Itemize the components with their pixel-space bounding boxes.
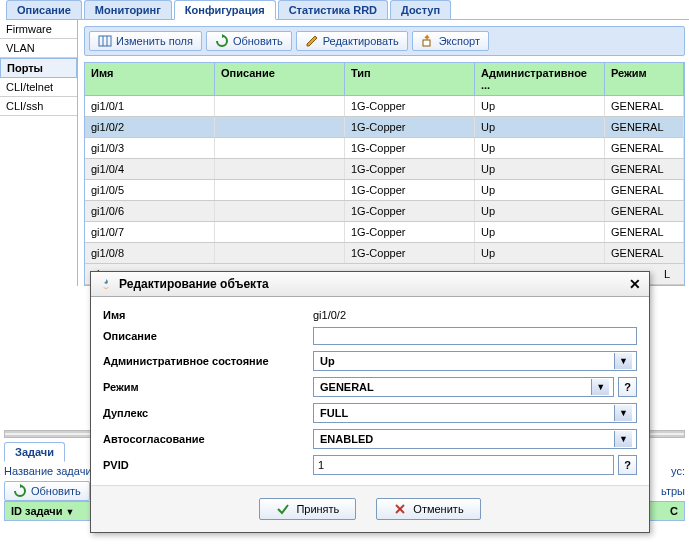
chevron-down-icon: ▼ bbox=[614, 431, 632, 447]
col-header-description[interactable]: Описание bbox=[215, 63, 345, 95]
grid-header: Имя Описание Тип Административное ... Ре… bbox=[85, 63, 684, 96]
cell-admin-state: Up bbox=[475, 222, 605, 242]
admin-state-value: Up bbox=[318, 355, 335, 367]
svg-rect-0 bbox=[99, 36, 111, 46]
tab-configuration[interactable]: Конфигурация bbox=[174, 0, 276, 20]
export-label: Экспорт bbox=[439, 35, 480, 47]
cell-name: gi1/0/5 bbox=[85, 180, 215, 200]
table-row[interactable]: gi1/0/31G-CopperUpGENERAL bbox=[85, 138, 684, 159]
tab-description[interactable]: Описание bbox=[6, 0, 82, 19]
edit-fields-label: Изменить поля bbox=[116, 35, 193, 47]
col-header-status-fragment[interactable]: С bbox=[670, 505, 678, 517]
status-label-fragment: ус: bbox=[671, 465, 685, 477]
field-label-admin-state: Административное состояние bbox=[103, 355, 313, 367]
tab-rrd-stats[interactable]: Статистика RRD bbox=[278, 0, 388, 19]
cell-name: gi1/0/7 bbox=[85, 222, 215, 242]
cell-mode: GENERAL bbox=[605, 222, 684, 242]
cell-description bbox=[215, 138, 345, 158]
edit-label: Редактировать bbox=[323, 35, 399, 47]
table-row[interactable]: gi1/0/41G-CopperUpGENERAL bbox=[85, 159, 684, 180]
dialog-title-bar[interactable]: Редактирование объекта ✕ bbox=[91, 272, 649, 297]
table-row[interactable]: gi1/0/11G-CopperUpGENERAL bbox=[85, 96, 684, 117]
cancel-button[interactable]: Отменить bbox=[376, 498, 480, 520]
sidebar-item-firmware[interactable]: Firmware bbox=[0, 20, 77, 39]
cell-admin-state: Up bbox=[475, 159, 605, 179]
col-header-name[interactable]: Имя bbox=[85, 63, 215, 95]
sidebar-item-ports[interactable]: Порты bbox=[0, 58, 77, 78]
svg-marker-4 bbox=[307, 36, 317, 46]
dialog-buttons: Принять Отменить bbox=[91, 485, 649, 532]
edit-button[interactable]: Редактировать bbox=[296, 31, 408, 51]
help-button-pvid[interactable]: ? bbox=[618, 455, 637, 475]
autoneg-select[interactable]: ENABLED ▼ bbox=[313, 429, 637, 449]
field-label-pvid: PVID bbox=[103, 459, 313, 471]
table-row[interactable]: gi1/0/61G-CopperUpGENERAL bbox=[85, 201, 684, 222]
cell-mode: GENERAL bbox=[605, 96, 684, 116]
description-input[interactable] bbox=[313, 327, 637, 345]
cell-admin-state: Up bbox=[475, 243, 605, 263]
col-header-admin-state[interactable]: Административное ... bbox=[475, 63, 605, 95]
cancel-label: Отменить bbox=[413, 503, 463, 515]
field-value-name: gi1/0/2 bbox=[313, 309, 637, 321]
ports-grid: Имя Описание Тип Административное ... Ре… bbox=[84, 62, 685, 286]
cell-mode: GENERAL bbox=[605, 117, 684, 137]
export-button[interactable]: Экспорт bbox=[412, 31, 489, 51]
cell-type: 1G-Copper bbox=[345, 117, 475, 137]
cell-description bbox=[215, 243, 345, 263]
table-row[interactable]: gi1/0/81G-CopperUpGENERAL bbox=[85, 243, 684, 264]
main-tabs: Описание Мониторинг Конфигурация Статист… bbox=[6, 0, 689, 20]
cell-type: 1G-Copper bbox=[345, 159, 475, 179]
cell-type: 1G-Copper bbox=[345, 201, 475, 221]
sort-desc-icon: ▼ bbox=[66, 507, 75, 517]
chevron-down-icon: ▼ bbox=[591, 379, 609, 395]
dialog-close-button[interactable]: ✕ bbox=[629, 276, 641, 292]
tab-tasks[interactable]: Задачи bbox=[4, 442, 65, 462]
chevron-down-icon: ▼ bbox=[614, 405, 632, 421]
cell-admin-state: Up bbox=[475, 96, 605, 116]
admin-state-select[interactable]: Up ▼ bbox=[313, 351, 637, 371]
pencil-icon bbox=[305, 34, 319, 48]
tasks-refresh-button[interactable]: Обновить bbox=[4, 481, 90, 501]
cell-name: gi1/0/1 bbox=[85, 96, 215, 116]
cell-admin-state: Up bbox=[475, 201, 605, 221]
table-row[interactable]: gi1/0/51G-CopperUpGENERAL bbox=[85, 180, 684, 201]
col-header-mode[interactable]: Режим bbox=[605, 63, 684, 95]
export-icon bbox=[421, 34, 435, 48]
table-row[interactable]: gi1/0/21G-CopperUpGENERAL bbox=[85, 117, 684, 138]
cell-description bbox=[215, 201, 345, 221]
help-button-mode[interactable]: ? bbox=[618, 377, 637, 397]
cell-name: gi1/0/8 bbox=[85, 243, 215, 263]
tab-access[interactable]: Доступ bbox=[390, 0, 451, 19]
sidebar-item-cli-ssh[interactable]: CLI/ssh bbox=[0, 97, 77, 116]
cell-type: 1G-Copper bbox=[345, 180, 475, 200]
refresh-button[interactable]: Обновить bbox=[206, 31, 292, 51]
pvid-input[interactable] bbox=[313, 455, 614, 475]
cell-mode: GENERAL bbox=[605, 138, 684, 158]
accept-label: Принять bbox=[296, 503, 339, 515]
cell-mode: GENERAL bbox=[605, 180, 684, 200]
accept-button[interactable]: Принять bbox=[259, 498, 356, 520]
cell-type: 1G-Copper bbox=[345, 138, 475, 158]
sidebar-item-cli-telnet[interactable]: CLI/telnet bbox=[0, 78, 77, 97]
cell-name: gi1/0/2 bbox=[85, 117, 215, 137]
cell-type: 1G-Copper bbox=[345, 96, 475, 116]
edit-fields-button[interactable]: Изменить поля bbox=[89, 31, 202, 51]
field-label-mode: Режим bbox=[103, 381, 313, 393]
refresh-icon bbox=[215, 34, 229, 48]
table-row[interactable]: gi1/0/71G-CopperUpGENERAL bbox=[85, 222, 684, 243]
cell-admin-state: Up bbox=[475, 117, 605, 137]
cell-name: gi1/0/4 bbox=[85, 159, 215, 179]
toolbar: Изменить поля Обновить Редактировать Экс… bbox=[84, 26, 685, 56]
tab-monitoring[interactable]: Мониторинг bbox=[84, 0, 172, 19]
duplex-select[interactable]: FULL ▼ bbox=[313, 403, 637, 423]
autoneg-value: ENABLED bbox=[318, 433, 373, 445]
cell-mode: GENERAL bbox=[605, 243, 684, 263]
svg-rect-5 bbox=[423, 40, 430, 46]
cell-mode-partial: L bbox=[664, 268, 678, 280]
duplex-value: FULL bbox=[318, 407, 348, 419]
col-header-type[interactable]: Тип bbox=[345, 63, 475, 95]
sidebar-item-vlan[interactable]: VLAN bbox=[0, 39, 77, 58]
cell-type: 1G-Copper bbox=[345, 222, 475, 242]
mode-select[interactable]: GENERAL ▼ bbox=[313, 377, 614, 397]
cell-mode: GENERAL bbox=[605, 201, 684, 221]
